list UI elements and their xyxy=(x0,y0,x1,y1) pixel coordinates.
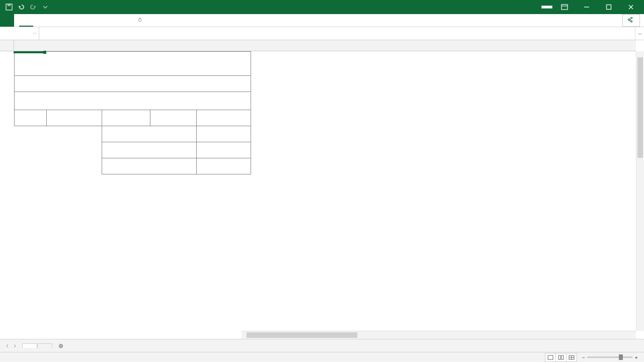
th-qty[interactable] xyxy=(150,110,197,126)
svg-rect-5 xyxy=(607,5,611,10)
svg-point-6 xyxy=(138,19,141,22)
th-price[interactable] xyxy=(102,110,150,126)
spreadsheet-grid[interactable] xyxy=(0,40,644,339)
zoom-controls[interactable]: − + xyxy=(582,354,640,360)
tab-insert[interactable] xyxy=(33,14,47,27)
maximize-icon[interactable] xyxy=(599,0,619,14)
th-amount[interactable] xyxy=(197,110,251,126)
horizontal-scroll-thumb[interactable] xyxy=(247,332,357,338)
formula-input[interactable] xyxy=(55,27,635,40)
vertical-scroll-thumb[interactable] xyxy=(637,57,643,158)
zoom-slider[interactable] xyxy=(587,356,632,358)
tell-me-search[interactable] xyxy=(137,14,147,27)
total-value[interactable] xyxy=(197,126,251,142)
sheet-tabs: ⊕ xyxy=(0,339,644,352)
tab-view[interactable] xyxy=(104,14,118,27)
sheet-tab-2[interactable] xyxy=(37,343,52,348)
invoice-title[interactable] xyxy=(15,52,251,76)
horizontal-scrollbar[interactable] xyxy=(242,331,636,339)
select-all-corner[interactable] xyxy=(0,40,14,51)
tab-data[interactable] xyxy=(75,14,90,27)
tab-home[interactable] xyxy=(19,14,33,27)
invoice-address[interactable] xyxy=(15,76,251,92)
intotal-value[interactable] xyxy=(197,158,251,174)
formula-bar xyxy=(0,27,644,40)
formula-expand-icon[interactable] xyxy=(635,27,644,40)
save-icon[interactable] xyxy=(5,3,13,11)
undo-icon[interactable] xyxy=(17,3,25,11)
zoom-out-icon[interactable]: − xyxy=(582,354,586,360)
tab-formulas[interactable] xyxy=(61,14,75,27)
pagebreak-view-icon[interactable] xyxy=(566,353,577,362)
quick-access-toolbar xyxy=(0,3,54,11)
pagelayout-view-icon[interactable] xyxy=(555,353,567,362)
name-box[interactable] xyxy=(0,27,39,40)
svg-rect-7 xyxy=(139,17,140,18)
svg-rect-10 xyxy=(561,355,564,359)
intotal-label[interactable] xyxy=(102,158,197,174)
overlay-text xyxy=(266,62,644,77)
tab-help[interactable] xyxy=(118,14,132,27)
status-bar: − + xyxy=(0,352,644,362)
close-icon[interactable] xyxy=(621,0,641,14)
view-shortcuts[interactable] xyxy=(545,353,577,362)
sign-in-button[interactable] xyxy=(541,6,552,9)
cells-area[interactable] xyxy=(14,51,636,331)
total-label[interactable] xyxy=(102,126,197,142)
column-headers[interactable] xyxy=(14,40,636,51)
svg-rect-9 xyxy=(558,355,560,359)
svg-rect-2 xyxy=(561,5,568,10)
svg-rect-8 xyxy=(548,355,553,359)
vertical-scrollbar[interactable] xyxy=(636,51,644,331)
ribbon-display-options-icon[interactable] xyxy=(554,0,575,14)
qat-customize-icon[interactable] xyxy=(41,3,49,11)
share-button[interactable] xyxy=(622,14,640,27)
title-bar xyxy=(0,0,644,14)
invoice-heading[interactable] xyxy=(15,92,251,110)
normal-view-icon[interactable] xyxy=(545,353,556,362)
svg-rect-1 xyxy=(8,4,11,6)
ribbon-tabs xyxy=(0,14,644,27)
sheet-nav[interactable] xyxy=(0,343,22,348)
add-sheet-button[interactable]: ⊕ xyxy=(55,340,66,351)
sheet-tab-1[interactable] xyxy=(22,343,37,348)
redo-icon[interactable] xyxy=(29,3,37,11)
tab-review[interactable] xyxy=(90,14,104,27)
tab-file[interactable] xyxy=(0,14,14,27)
vat-label[interactable] xyxy=(102,142,197,158)
zoom-in-icon[interactable]: + xyxy=(634,354,638,360)
formula-buttons xyxy=(39,27,55,40)
minimize-icon[interactable] xyxy=(577,0,597,14)
th-pro[interactable] xyxy=(47,110,102,126)
invoice-table xyxy=(14,51,251,174)
vat-value[interactable] xyxy=(197,142,251,158)
tab-page-layout[interactable] xyxy=(47,14,61,27)
th-sl[interactable] xyxy=(15,110,47,126)
